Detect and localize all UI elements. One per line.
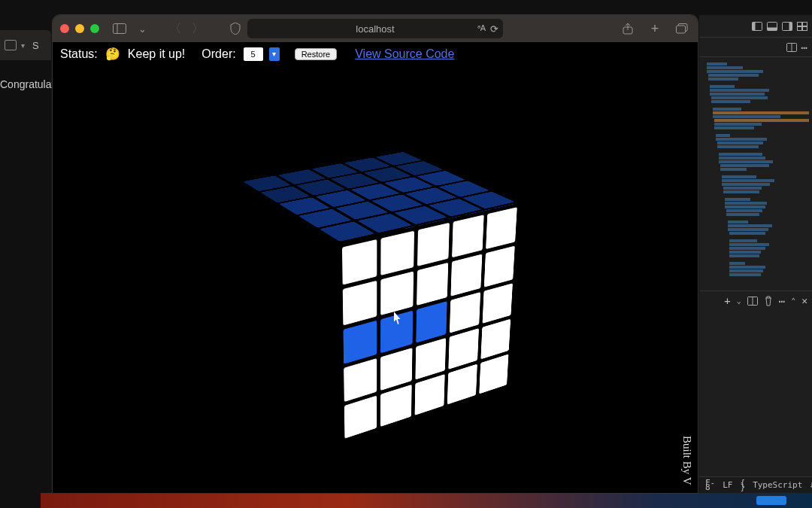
split-editor-icon[interactable] — [786, 43, 797, 52]
layout-left-icon[interactable] — [752, 22, 762, 31]
cube-cell[interactable] — [395, 161, 443, 175]
cube-cell[interactable] — [415, 339, 446, 381]
cube-cell[interactable] — [312, 164, 359, 178]
cube-cell[interactable] — [380, 348, 412, 391]
cube-cell[interactable] — [343, 281, 377, 326]
cube-scene[interactable] — [217, 127, 533, 443]
cube-cell[interactable] — [243, 176, 290, 192]
status-language[interactable]: TypeScript — [753, 483, 802, 488]
cube-cell[interactable] — [296, 180, 345, 196]
cube-cell[interactable] — [380, 272, 414, 315]
share-button[interactable] — [620, 21, 636, 36]
cube-cell[interactable] — [450, 292, 480, 333]
tab-overview-button[interactable] — [674, 21, 690, 36]
svg-rect-12 — [803, 22, 807, 26]
status-lang-icon: { } — [741, 481, 746, 490]
new-tab-button[interactable]: + — [647, 21, 663, 36]
cube-cell[interactable] — [344, 158, 390, 172]
vscode-panel: ⋯ + ⌄ ⋯ ⌃ ✕ F-8 LF { } TypeScript — [699, 15, 812, 493]
cube-cell[interactable] — [260, 187, 309, 203]
svg-rect-10 — [789, 22, 792, 30]
cube-cell[interactable] — [344, 359, 377, 403]
layout-grid-icon[interactable] — [797, 22, 807, 31]
cube-cell[interactable] — [380, 385, 412, 427]
cube-cell[interactable] — [414, 375, 445, 416]
cube-cell[interactable] — [451, 254, 483, 297]
layout-right-icon[interactable] — [782, 22, 792, 31]
view-source-link[interactable]: View Source Code — [355, 47, 454, 61]
sidebar-icon — [5, 40, 17, 50]
cube-cell[interactable] — [447, 364, 477, 405]
vscode-minimap[interactable] — [699, 57, 812, 291]
svg-rect-13 — [798, 26, 802, 30]
background-window-fragment: ▾ S — [0, 30, 51, 60]
cube-cell[interactable] — [452, 215, 483, 258]
cube-cell[interactable] — [484, 246, 515, 287]
cube-cell[interactable] — [380, 311, 413, 354]
status-label: Status: — [60, 47, 98, 61]
safari-toolbar: ⌄ 〈 〉 localhost ᵃA ⟳ + — [53, 15, 698, 42]
address-text: localhost — [356, 23, 394, 35]
panel-add-icon[interactable]: + — [724, 299, 730, 303]
svg-rect-4 — [677, 26, 686, 33]
dock-item — [756, 496, 786, 505]
rubiks-cube[interactable] — [243, 131, 492, 443]
cube-cell[interactable] — [278, 170, 326, 185]
dock-glow — [41, 493, 812, 508]
panel-more-icon[interactable]: ⋯ — [779, 299, 785, 303]
cube-cell[interactable] — [331, 174, 379, 189]
vscode-panel-actions: + ⌄ ⋯ ⌃ ✕ — [699, 291, 812, 310]
chevron-down-icon: ▾ — [21, 41, 25, 50]
svg-rect-14 — [803, 26, 807, 30]
cube-cell[interactable] — [343, 321, 377, 365]
cube-cell[interactable] — [479, 354, 508, 394]
window-controls — [60, 24, 99, 33]
reload-icon[interactable]: ⟳ — [490, 23, 498, 35]
back-button[interactable]: 〈 — [167, 21, 183, 36]
fullscreen-window-button[interactable] — [90, 24, 99, 33]
cube-cell[interactable] — [416, 301, 447, 343]
cube-cell[interactable] — [380, 231, 414, 275]
cube-cell[interactable] — [483, 283, 513, 324]
hud-bar: Status: 🤔 Keep it up! Order: ▾ Restore V… — [53, 42, 698, 65]
panel-collapse-icon[interactable]: ⌃ — [791, 299, 795, 303]
close-window-button[interactable] — [60, 24, 69, 33]
cube-cell[interactable] — [417, 263, 449, 306]
status-message: Keep it up! — [128, 47, 186, 61]
cube-cell[interactable] — [376, 152, 422, 166]
minimize-window-button[interactable] — [75, 24, 84, 33]
thinking-face-icon: 🤔 — [105, 47, 120, 61]
trash-icon[interactable] — [764, 296, 773, 306]
cube-cell[interactable] — [364, 167, 411, 182]
address-bar[interactable]: localhost ᵃA ⟳ — [247, 19, 503, 38]
forward-button[interactable]: 〉 — [189, 21, 206, 36]
layout-bottom-icon[interactable] — [767, 22, 777, 31]
panel-split-icon[interactable] — [747, 297, 758, 306]
panel-chevron-icon[interactable]: ⌄ — [737, 299, 741, 303]
translate-icon[interactable]: ᵃA — [477, 23, 486, 35]
page-content: Status: 🤔 Keep it up! Order: ▾ Restore V… — [53, 42, 698, 493]
vscode-tab-actions: ⋯ — [699, 38, 812, 57]
sidebar-menu-button[interactable]: ⌄ — [134, 21, 150, 36]
cube-cell[interactable] — [449, 329, 479, 370]
panel-close-icon[interactable]: ✕ — [801, 299, 807, 303]
cube-face-front[interactable] — [338, 202, 521, 443]
cube-cell[interactable] — [481, 319, 511, 360]
cube-cell[interactable] — [417, 223, 450, 266]
privacy-report-button[interactable] — [227, 21, 244, 36]
order-input[interactable] — [244, 47, 263, 61]
svg-rect-0 — [114, 24, 126, 34]
restore-button[interactable]: Restore — [295, 48, 338, 60]
vscode-titlebar — [699, 15, 812, 38]
order-stepper[interactable]: ▾ — [269, 47, 280, 61]
order-label: Order: — [201, 47, 235, 61]
cube-cell[interactable] — [342, 239, 377, 284]
status-encoding[interactable]: F-8 — [705, 481, 715, 490]
cube-cell[interactable] — [486, 208, 517, 250]
status-eol[interactable]: LF — [723, 483, 732, 488]
safari-window: ⌄ 〈 〉 localhost ᵃA ⟳ + Status: 🤔 — [53, 15, 698, 493]
sidebar-toggle-button[interactable] — [111, 21, 128, 36]
cube-cell[interactable] — [344, 396, 377, 439]
bg-window-label: S — [32, 40, 39, 51]
more-actions-icon[interactable]: ⋯ — [801, 45, 807, 50]
